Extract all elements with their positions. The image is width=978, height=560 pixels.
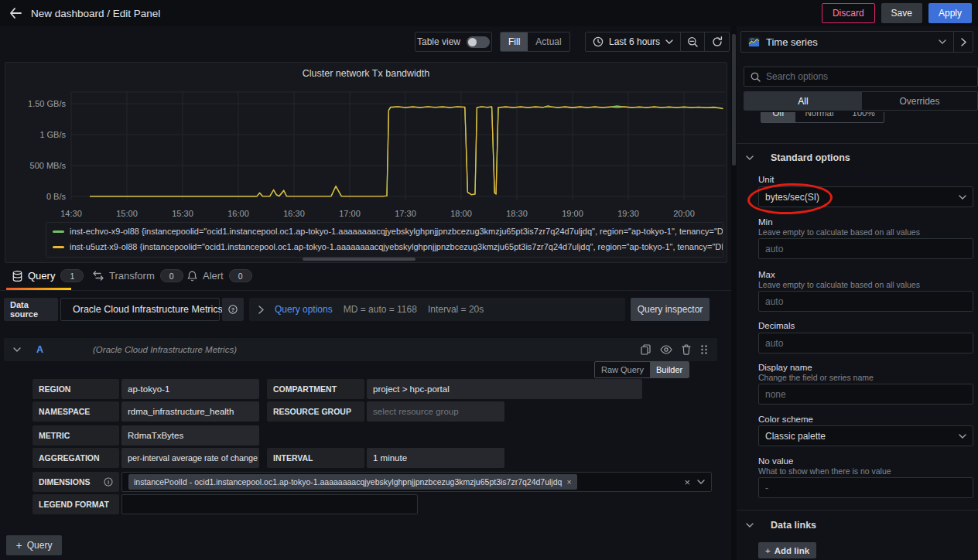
angle-right-icon[interactable] [258, 306, 264, 314]
compartment-value[interactable]: project > hpc-portal [367, 379, 642, 399]
data-links-section-header[interactable]: Data links [746, 520, 816, 531]
query-row-header[interactable]: A (Oracle Cloud Infrastructure Metrics) [4, 338, 717, 361]
dimension-tag[interactable]: instancePoolId - ocid1.instancepool.oc1.… [128, 474, 577, 490]
builder-option[interactable]: Builder [650, 362, 689, 377]
back-arrow-icon[interactable] [0, 8, 31, 19]
interval-label: INTERVAL [267, 448, 364, 468]
timeseries-viz-icon [748, 37, 760, 47]
svg-text:0 B/s: 0 B/s [46, 192, 67, 201]
chevron-down-icon [939, 39, 946, 44]
visualization-name: Time series [766, 36, 818, 48]
query-ref-id: A [36, 344, 43, 355]
region-value[interactable]: ap-tokyo-1 [121, 379, 259, 399]
max-input[interactable] [758, 291, 973, 312]
color-scheme-select[interactable]: Classic palette [758, 425, 973, 446]
chevron-down-icon [665, 39, 673, 44]
unit-select[interactable]: bytes/sec(SI) [758, 186, 973, 207]
chevron-down-icon [959, 434, 966, 439]
add-query-button[interactable]: + Query [6, 535, 62, 555]
table-view-toggle[interactable]: Table view [415, 32, 492, 52]
chevron-down-icon [746, 523, 754, 528]
aggregation-value[interactable]: per-interval average rate of change [121, 448, 259, 468]
actual-option[interactable]: Actual [528, 32, 569, 51]
drag-handle-icon[interactable] [700, 344, 708, 355]
resource-group-value[interactable]: select resource group [367, 401, 504, 422]
dimension-tag-text: instancePoolId - ocid1.instancepool.oc1.… [134, 477, 562, 487]
editor-tabs: Query 1 Transform 0 Alert 0 [0, 266, 731, 291]
discard-button[interactable]: Discard [822, 3, 875, 23]
tooltip-normal-option[interactable]: Normal [795, 112, 843, 122]
raw-query-option[interactable]: Raw Query [595, 362, 650, 377]
zoom-out-button[interactable] [680, 32, 704, 51]
grafana-edit-panel: New dashboard / Edit Panel Discard Save … [0, 0, 978, 560]
svg-text:500 MB/s: 500 MB/s [30, 161, 67, 170]
timeseries-chart[interactable]: 14:3015:0015:3016:0016:3017:0017:3018:00… [5, 63, 725, 221]
visualization-select[interactable]: Time series [741, 32, 953, 52]
refresh-icon [712, 36, 723, 47]
tab-all[interactable]: All [744, 92, 862, 110]
svg-text:18:30: 18:30 [506, 209, 528, 218]
dimensions-input[interactable]: instancePoolId - ocid1.instancepool.oc1.… [121, 472, 712, 492]
table-view-label: Table view [417, 36, 460, 47]
table-view-switch[interactable] [467, 36, 490, 48]
svg-text:1 GB/s: 1 GB/s [39, 130, 66, 139]
clear-dimensions-icon[interactable]: × [684, 476, 690, 488]
min-label: Min [758, 217, 773, 227]
legend-format-input[interactable] [121, 494, 418, 514]
hide-query-eye-icon[interactable] [660, 345, 672, 354]
legend-format-label: LEGEND FORMAT [32, 494, 119, 514]
time-range-picker[interactable]: Last 6 hours [586, 32, 680, 51]
dimensions-label-text: DIMENSIONS [39, 477, 91, 487]
time-controls: Last 6 hours [585, 32, 730, 52]
tab-query[interactable]: Query 1 [12, 269, 84, 282]
metric-value[interactable]: RdmaTxBytes [121, 425, 259, 446]
tab-overrides[interactable]: Overrides [862, 92, 977, 110]
info-icon[interactable]: i [104, 477, 113, 487]
tab-alert[interactable]: Alert 0 [187, 269, 252, 282]
query-options-link[interactable]: Query options [275, 304, 333, 315]
add-link-button[interactable]: + Add link [758, 542, 816, 558]
chart-legend[interactable]: inst-echvo-x9-ol88 {instancepoolid="ocid… [46, 222, 723, 258]
svg-text:20:00: 20:00 [673, 209, 695, 218]
collapse-chevron-icon[interactable] [13, 347, 21, 352]
metric-label: METRIC [32, 425, 119, 446]
datasource-picker[interactable]: Oracle Cloud Infrastructure Metrics [60, 298, 220, 321]
apply-button[interactable]: Apply [928, 3, 972, 23]
search-options-input[interactable] [766, 71, 971, 82]
interval-value[interactable]: 1 minute [367, 448, 504, 468]
alert-count-badge: 0 [229, 269, 252, 282]
search-options-box[interactable] [744, 67, 978, 87]
tab-transform-label: Transform [109, 270, 155, 282]
delete-query-trash-icon[interactable] [682, 344, 691, 355]
tab-transform[interactable]: Transform 0 [93, 269, 183, 282]
main-scrollbar-thumb[interactable] [732, 34, 736, 166]
tooltip-100-option[interactable]: 100% [843, 112, 884, 122]
legend-horizontal-scrollbar[interactable] [303, 258, 415, 261]
refresh-button[interactable] [704, 32, 729, 51]
svg-text:16:30: 16:30 [283, 209, 305, 218]
query-inspector-button[interactable]: Query inspector [631, 298, 710, 321]
save-button[interactable]: Save [881, 3, 922, 23]
transform-count-badge: 0 [160, 269, 183, 282]
decimals-input[interactable] [758, 333, 973, 353]
legend-item[interactable]: inst-u5uzt-x9-ol88 {instancepoolid="ocid… [53, 240, 723, 254]
datasource-label: Data source [4, 298, 58, 321]
collapse-options-pane-button[interactable] [953, 32, 973, 52]
fill-option[interactable]: Fill [501, 32, 528, 51]
namespace-value[interactable]: rdma_infrastructure_health [121, 401, 259, 422]
standard-options-title: Standard options [771, 152, 850, 163]
duplicate-query-icon[interactable] [641, 344, 651, 355]
min-description: Leave empty to calculate based on all va… [758, 227, 920, 237]
no-value-input[interactable] [758, 477, 973, 498]
legend-item[interactable]: inst-echvo-x9-ol88 {instancepoolid="ocid… [53, 224, 723, 238]
max-description: Leave empty to calculate based on all va… [758, 280, 920, 289]
standard-options-section-header[interactable]: Standard options [746, 152, 850, 163]
chevron-down-icon[interactable] [697, 480, 705, 484]
max-data-points-value: MD = auto = 1168 [344, 304, 417, 315]
min-input[interactable] [758, 238, 973, 259]
display-name-input[interactable] [758, 384, 973, 405]
plus-icon: + [16, 539, 22, 551]
remove-dimension-icon[interactable]: × [566, 477, 571, 487]
datasource-help-button[interactable]: ? [222, 298, 244, 321]
tooltip-off-option[interactable]: Off [761, 112, 795, 122]
